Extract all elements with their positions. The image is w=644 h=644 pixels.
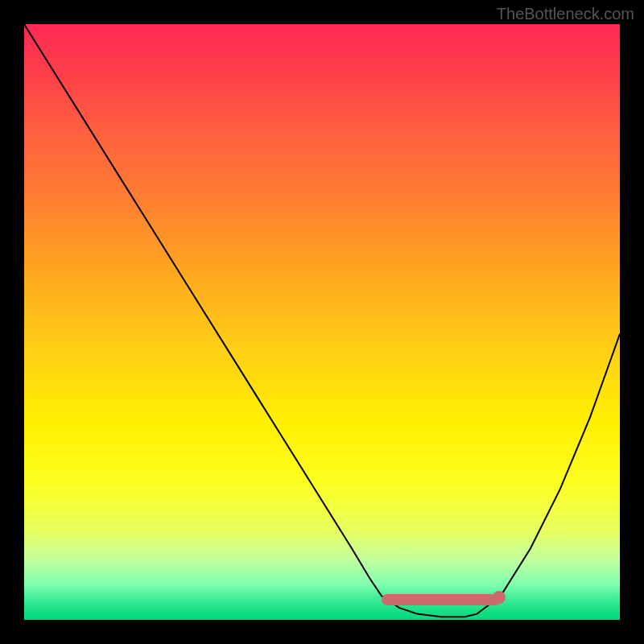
optimal-zone-marker: [382, 594, 501, 605]
plot-area: [24, 24, 620, 620]
curve-svg: [24, 24, 620, 620]
bottleneck-curve-path: [24, 24, 620, 617]
chart-container: TheBottleneck.com: [0, 0, 644, 644]
watermark-text: TheBottleneck.com: [497, 5, 634, 23]
